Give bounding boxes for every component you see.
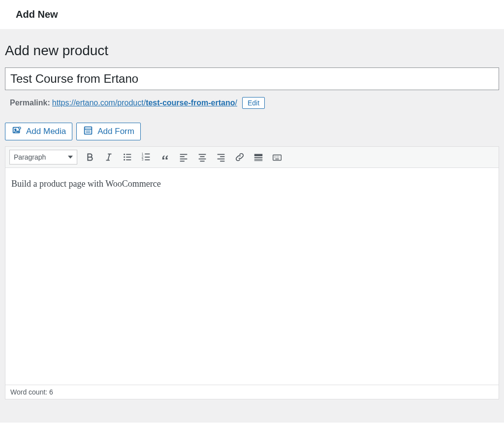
svg-rect-9 [126, 160, 131, 161]
keyboard-button[interactable] [271, 151, 283, 163]
product-title-input[interactable] [5, 67, 499, 90]
align-left-button[interactable] [178, 151, 189, 163]
svg-rect-28 [254, 154, 263, 157]
svg-rect-31 [254, 160, 263, 161]
permalink-url-suffix: / [235, 99, 237, 107]
svg-rect-3 [85, 127, 92, 134]
svg-rect-18 [180, 159, 188, 160]
top-bar-title: Add New [16, 9, 488, 20]
permalink-edit-button[interactable]: Edit [242, 97, 265, 109]
add-media-button[interactable]: Add Media [5, 123, 72, 140]
word-count-label: Word count: 6 [10, 388, 53, 396]
format-select-label: Paragraph [14, 153, 46, 161]
chevron-down-icon [68, 156, 73, 159]
svg-rect-20 [199, 154, 206, 155]
align-right-button[interactable] [215, 151, 227, 163]
svg-rect-24 [218, 154, 225, 155]
svg-point-6 [124, 159, 125, 161]
svg-text:3: 3 [142, 158, 144, 161]
svg-rect-23 [200, 161, 204, 162]
permalink-label: Permalink: [10, 99, 50, 107]
format-select[interactable]: Paragraph [9, 150, 77, 165]
editor-status-bar: Word count: 6 [5, 385, 499, 399]
permalink-link[interactable]: https://ertano.com/product/test-course-f… [52, 99, 237, 107]
media-icon [11, 125, 22, 138]
align-center-button[interactable] [196, 151, 208, 163]
media-buttons-row: Add Media Add Form [5, 114, 499, 146]
svg-point-5 [124, 157, 125, 158]
svg-rect-30 [254, 159, 263, 160]
bullet-list-button[interactable] [122, 151, 133, 163]
permalink-row: Permalink: https://ertano.com/product/te… [5, 90, 499, 114]
page-body: Add new product Permalink: https://ertan… [0, 29, 504, 423]
top-bar: Add New [0, 0, 504, 29]
svg-rect-21 [200, 156, 204, 157]
insert-more-button[interactable] [252, 151, 264, 163]
svg-rect-29 [254, 157, 263, 158]
svg-rect-19 [180, 161, 185, 162]
permalink-slug: test-course-from-ertano [146, 99, 235, 107]
permalink-url-prefix: https://ertano.com/product/ [52, 99, 146, 107]
link-button[interactable] [234, 151, 246, 163]
svg-rect-22 [199, 159, 206, 160]
editor-toolbar: Paragraph 123 [5, 147, 499, 168]
svg-rect-7 [126, 154, 131, 155]
italic-button[interactable] [103, 151, 115, 163]
numbered-list-button[interactable]: 123 [140, 151, 152, 163]
add-form-label: Add Form [97, 127, 134, 136]
svg-rect-17 [180, 156, 185, 157]
form-icon [83, 125, 94, 138]
svg-rect-15 [145, 160, 150, 161]
svg-rect-25 [220, 156, 224, 157]
svg-rect-16 [180, 154, 188, 155]
quote-button[interactable] [159, 151, 171, 163]
svg-rect-13 [145, 154, 150, 155]
editor-wrap: Paragraph 123 [5, 146, 499, 399]
svg-rect-26 [218, 159, 225, 160]
svg-rect-14 [145, 157, 150, 158]
page-heading: Add new product [5, 36, 499, 67]
bold-button[interactable] [84, 151, 96, 163]
add-form-button[interactable]: Add Form [76, 123, 141, 140]
svg-point-4 [124, 154, 125, 155]
editor-content[interactable]: Build a product page with WooCommerce [5, 168, 499, 385]
svg-rect-8 [126, 157, 131, 158]
svg-rect-27 [220, 161, 224, 162]
add-media-label: Add Media [26, 127, 66, 136]
